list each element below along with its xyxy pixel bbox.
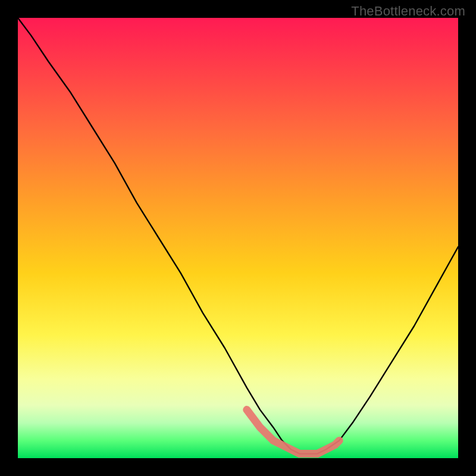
plot-area [18,18,458,458]
watermark-text: TheBottleneck.com [351,4,465,19]
highlight-band [247,410,339,454]
curve-svg [18,18,458,458]
chart-frame: TheBottleneck.com [0,0,476,476]
bottleneck-curve [18,18,458,454]
